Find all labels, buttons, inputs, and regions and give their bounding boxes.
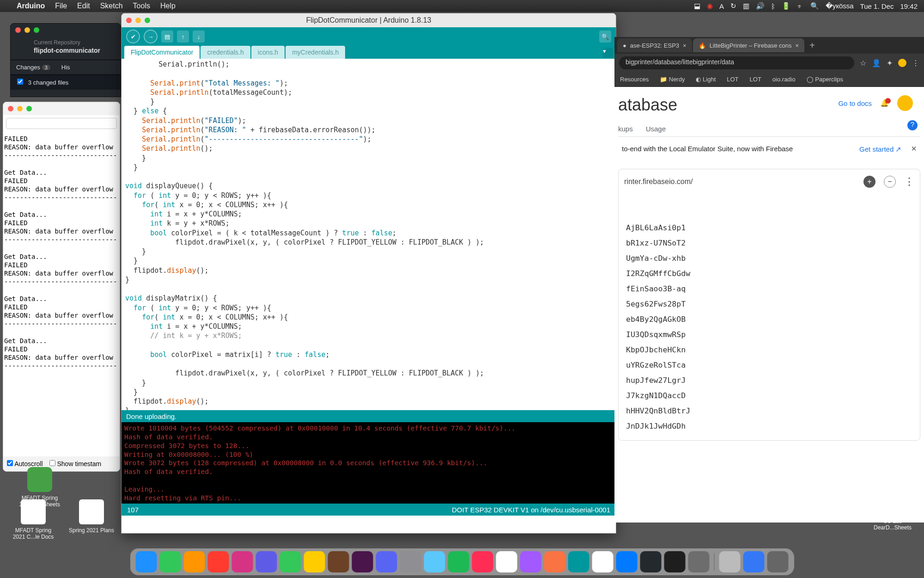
dock-app[interactable] (767, 551, 789, 572)
database-node[interactable]: J7kzgN1DQaccD (626, 388, 914, 403)
upload-button[interactable]: → (144, 30, 158, 43)
window-controls[interactable] (126, 18, 150, 23)
save-sketch-button[interactable]: ↓ (193, 31, 205, 43)
bookmark-item[interactable]: ◐ Light (696, 76, 716, 83)
add-node-button[interactable]: + (863, 176, 875, 188)
dock-app[interactable] (664, 551, 686, 572)
dock-app[interactable] (592, 551, 614, 572)
database-node[interactable]: KbpOJbcheHCkn (626, 342, 914, 357)
dock-app[interactable] (544, 551, 565, 572)
close-tab-icon[interactable]: × (795, 42, 799, 49)
database-node[interactable]: eb4By2QgAGkOB (626, 312, 914, 327)
dock-app[interactable] (688, 551, 710, 572)
database-node[interactable]: IU3QDsqxmwRSp (626, 327, 914, 342)
menu-edit[interactable]: Edit (77, 2, 90, 10)
get-started-link[interactable]: Get started ↗ (859, 145, 901, 153)
editor-tab[interactable]: icons.h (251, 46, 285, 59)
star-icon[interactable]: ☆ (860, 59, 866, 68)
close-banner-icon[interactable]: × (911, 143, 917, 154)
bookmark-item[interactable]: LOT (750, 76, 761, 83)
editor-tab[interactable]: FlipDotCommunicator (124, 46, 200, 59)
timestamp-checkbox[interactable]: Show timestam (49, 460, 102, 467)
volume-icon[interactable]: 🔊 (756, 2, 765, 10)
database-node[interactable]: hHHV2QnBldBtrJ (626, 403, 914, 418)
database-node[interactable]: bR1xz-U7NSoT2 (626, 235, 914, 251)
bookmark-item[interactable]: ◯ Paperclips (807, 76, 843, 83)
wifi-icon[interactable]: ᯤ (797, 2, 804, 10)
changed-files[interactable]: 3 changed files (11, 74, 121, 90)
menu-file[interactable]: File (55, 2, 67, 10)
extension-icon[interactable]: ✦ (887, 59, 893, 68)
history-tab[interactable]: His (56, 60, 76, 74)
database-node[interactable]: AjBL6LaAsi0p1 (626, 220, 914, 235)
app-icon[interactable]: A (719, 2, 724, 10)
go-to-docs-link[interactable]: Go to docs (838, 99, 872, 107)
database-node[interactable]: 5egs62Fws28pT (626, 296, 914, 312)
dock-app[interactable] (424, 551, 445, 572)
dock-app[interactable] (328, 551, 349, 572)
database-node[interactable]: uYRGzeRolSTca (626, 357, 914, 373)
menubar-time[interactable]: 19:42 (900, 2, 918, 10)
dock-app[interactable] (256, 551, 277, 572)
database-node[interactable]: hupJfew27LgrJ (626, 373, 914, 388)
dock-app[interactable] (520, 551, 541, 572)
window-controls[interactable] (11, 24, 121, 37)
control-center-icon[interactable]: �укössa (826, 2, 854, 10)
person-icon[interactable]: 👤 (872, 59, 881, 68)
editor-tab[interactable]: credentials.h (201, 46, 250, 59)
menu-tools[interactable]: Tools (133, 2, 150, 10)
dock-app[interactable] (184, 551, 205, 572)
spotlight-icon[interactable]: 🔍 (810, 2, 819, 10)
timemachine-icon[interactable]: ↻ (730, 2, 736, 10)
dock-app[interactable] (448, 551, 469, 572)
new-tab-button[interactable]: + (805, 40, 819, 51)
database-node[interactable]: UgmYa-cDw-xhb (626, 251, 914, 266)
address-bar[interactable]: bigprinter/database/littebigprinter/data (619, 56, 854, 69)
subtab[interactable]: kups (618, 125, 633, 133)
bookmark-item[interactable]: oio.radio (772, 76, 796, 83)
dock-app[interactable] (743, 551, 765, 572)
dock-app[interactable] (304, 551, 325, 572)
dock-app[interactable] (400, 551, 421, 572)
dock-app[interactable] (208, 551, 229, 572)
dock-app[interactable] (352, 551, 373, 572)
autoscroll-checkbox[interactable]: Autoscroll (7, 460, 43, 467)
editor-tab[interactable]: myCredentials.h (286, 46, 345, 59)
menu-sketch[interactable]: Sketch (100, 2, 123, 10)
database-node[interactable]: fEinSaoo3B-aq (626, 281, 914, 296)
dock-app[interactable] (160, 551, 181, 572)
dropbox-icon[interactable]: ⬓ (694, 2, 700, 10)
menubar-date[interactable]: Tue 1. Dec (860, 2, 894, 10)
menu-help[interactable]: Help (160, 2, 176, 10)
kebab-menu-icon[interactable]: ⋮ (912, 59, 919, 68)
profile-icon[interactable] (898, 59, 906, 67)
user-avatar[interactable] (897, 95, 913, 111)
dock-app[interactable] (719, 551, 741, 572)
dock-app[interactable] (496, 551, 517, 572)
bookmark-item[interactable]: LOT (727, 76, 738, 83)
subtab[interactable]: Usage (646, 125, 666, 133)
bluetooth-icon[interactable]: ᛒ (771, 2, 775, 10)
close-tab-icon[interactable]: × (683, 42, 687, 49)
new-sketch-button[interactable]: ▤ (161, 31, 173, 43)
browser-tab[interactable]: 🔥 LitteBigPrinter – Firebase cons × (693, 38, 804, 52)
desktop-icon[interactable]: MFADT Spring 2021 C...le Docs (10, 499, 56, 540)
menubar-app-name[interactable]: Arduino (17, 2, 45, 10)
changes-tab[interactable]: Changes 3 (11, 60, 56, 74)
dock-app[interactable] (232, 551, 253, 572)
dock-app[interactable] (472, 551, 493, 572)
remove-node-button[interactable]: − (884, 176, 896, 188)
serial-monitor-button[interactable]: 🔍 (599, 31, 611, 43)
tab-dropdown-icon[interactable]: ▾ (603, 48, 613, 58)
database-node[interactable]: JnDJk1JwHdGDh (626, 418, 914, 434)
status-icon[interactable]: ◉ (707, 2, 713, 10)
serial-filter-input[interactable] (6, 118, 117, 129)
battery-pct-icon[interactable]: 🔋 (782, 2, 790, 10)
notification-bell-icon[interactable]: 🔔 (880, 99, 889, 107)
dock-app[interactable] (376, 551, 397, 572)
database-node[interactable]: I2RZqGMffCbGdw (626, 266, 914, 281)
dock-app[interactable] (568, 551, 590, 572)
bookmark-item[interactable]: Resources (620, 76, 649, 83)
database-url[interactable]: rinter.firebaseio.com/ (624, 178, 693, 186)
dock-app[interactable] (136, 551, 157, 572)
